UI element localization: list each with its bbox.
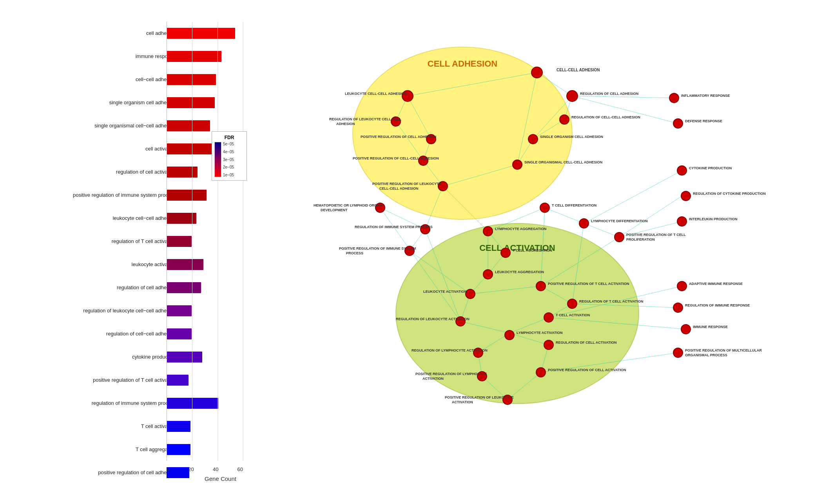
svg-text:IMMUNE RESPONSE: IMMUNE RESPONSE: [693, 325, 728, 329]
svg-point-98: [536, 281, 546, 291]
svg-text:POSITIVE REGULATION OF LEUKOCY: POSITIVE REGULATION OF LEUKOCYTE: [445, 395, 514, 399]
svg-line-40: [572, 96, 678, 123]
svg-point-106: [505, 330, 514, 340]
svg-text:REGULATION OF T CELL ACTIVATIO: REGULATION OF T CELL ACTIVATION: [579, 299, 644, 303]
svg-text:LYMPHOCYTE DIFFERENTIATION: LYMPHOCYTE DIFFERENTIATION: [591, 219, 648, 223]
svg-text:POSITIVE REGULATION OF T CELL : POSITIVE REGULATION OF T CELL ACTIVATION: [548, 282, 629, 286]
svg-text:REGULATION OF IMMUNE RESPONSE: REGULATION OF IMMUNE RESPONSE: [685, 303, 750, 307]
svg-text:POSITIVE REGULATION OF LEUKOCY: POSITIVE REGULATION OF LEUKOCYTE: [372, 182, 441, 186]
y-label-16: regulation of immune system process: [37, 400, 178, 406]
svg-point-136: [673, 348, 683, 357]
svg-text:LEUKOCYTE AGGREGATION: LEUKOCYTE AGGREGATION: [495, 270, 544, 274]
x-tick-20: 20: [188, 466, 194, 472]
svg-text:CYTOKINE PRODUCTION: CYTOKINE PRODUCTION: [689, 166, 732, 170]
svg-point-66: [528, 134, 538, 144]
svg-text:REGULATION OF LEUKOCYTE ACTIVA: REGULATION OF LEUKOCYTE ACTIVATION: [396, 317, 470, 321]
svg-point-85: [501, 248, 510, 257]
svg-point-87: [483, 270, 493, 279]
svg-text:T CELL AGGREGATION: T CELL AGGREGATION: [513, 248, 552, 252]
y-label-17: T cell activation: [37, 423, 178, 430]
x-tick-60: 60: [237, 466, 243, 472]
y-label-19: positive regulation of cell adhesion: [37, 470, 178, 476]
y-label-18: T cell aggregation: [37, 446, 178, 453]
svg-text:PROLIFERATION: PROLIFERATION: [626, 237, 655, 241]
svg-text:REGULATION OF CYTOKINE PRODUCT: REGULATION OF CYTOKINE PRODUCTION: [693, 192, 766, 196]
svg-text:POSITIVE REGULATION OF CELL-CE: POSITIVE REGULATION OF CELL-CELL ADHESIO…: [353, 156, 439, 160]
y-axis-labels: cell adhesionimmune responsecell−cell ad…: [37, 22, 178, 484]
svg-text:ADHESION: ADHESION: [336, 122, 355, 126]
svg-text:REGULATION OF CELL ACTIVATION: REGULATION OF CELL ACTIVATION: [556, 341, 617, 344]
svg-text:DEFENSE RESPONSE: DEFENSE RESPONSE: [685, 119, 722, 123]
svg-point-124: [677, 166, 687, 175]
svg-point-53: [531, 67, 542, 78]
svg-text:INTERLEUKIN PRODUCTION: INTERLEUKIN PRODUCTION: [689, 217, 738, 221]
svg-text:REGULATION OF LEUKOCYTE CELL-C: REGULATION OF LEUKOCYTE CELL-CELL: [329, 117, 402, 121]
svg-text:DEVELOPMENT: DEVELOPMENT: [321, 208, 348, 212]
svg-point-128: [677, 217, 687, 226]
y-label-12: regulation of leukocyte cell−cell adhesi…: [37, 308, 178, 314]
svg-point-130: [677, 281, 687, 291]
svg-text:ADAPTIVE IMMUNE RESPONSE: ADAPTIVE IMMUNE RESPONSE: [689, 282, 743, 286]
y-label-1: immune response: [37, 53, 178, 60]
svg-point-115: [536, 368, 546, 377]
svg-point-126: [681, 191, 691, 201]
svg-line-35: [545, 208, 584, 223]
svg-point-89: [540, 203, 549, 212]
y-label-5: cell activation: [37, 146, 178, 152]
legend-label-4: 4e−05: [223, 150, 234, 154]
x-tick-0: 0: [167, 466, 169, 472]
svg-text:CELL-CELL ADHESION: CELL-CELL ADHESION: [557, 68, 600, 72]
svg-line-39: [572, 96, 674, 98]
svg-text:POSITIVE REGULATION OF MULTICE: POSITIVE REGULATION OF MULTICELLULAR: [685, 348, 762, 352]
y-label-15: positive regulation of T cell activation: [37, 377, 178, 383]
svg-text:ORGANISMAL PROCESS: ORGANISMAL PROCESS: [685, 353, 727, 357]
y-label-9: regulation of T cell activation: [37, 238, 178, 245]
y-label-6: regulation of cell activation: [37, 169, 178, 175]
legend-title: FDR: [214, 135, 244, 140]
svg-text:SINGLE ORGANISMAL CELL-CELL AD: SINGLE ORGANISMAL CELL-CELL ADHESION: [524, 160, 602, 164]
svg-text:PROCESS: PROCESS: [346, 251, 363, 255]
legend-label-2: 2e−05: [223, 165, 234, 169]
panel-b: CELL ADHESION CELL ACTIVATION CELL-CELL …: [274, 0, 823, 504]
svg-text:REGULATION OF IMMUNE SYSTEM PR: REGULATION OF IMMUNE SYSTEM PROCESS: [355, 225, 433, 229]
svg-point-134: [681, 325, 691, 334]
y-label-11: regulation of cell adhesion: [37, 285, 178, 291]
svg-text:INFLAMMATORY RESPONSE: INFLAMMATORY RESPONSE: [681, 94, 730, 98]
svg-text:LEUKOCYTE CELL-CELL ADHESION: LEUKOCYTE CELL-CELL ADHESION: [345, 92, 407, 96]
legend-label-5: 5e−05: [223, 142, 234, 146]
svg-text:REGULATION OF CELL ADHESION: REGULATION OF CELL ADHESION: [580, 92, 638, 96]
svg-text:T CELL ACTIVATION: T CELL ACTIVATION: [556, 313, 590, 317]
y-label-2: cell−cell adhesion: [37, 76, 178, 83]
svg-point-122: [673, 119, 683, 128]
svg-point-93: [615, 232, 624, 242]
legend-label-3: 3e−05: [223, 158, 234, 162]
y-label-10: leukocyte activation: [37, 261, 178, 268]
svg-line-41: [584, 170, 682, 223]
y-label-7: positive regulation of immune system pro…: [37, 192, 178, 198]
svg-point-102: [544, 313, 553, 322]
svg-text:ACTIVATION: ACTIVATION: [452, 400, 473, 404]
svg-line-42: [619, 196, 682, 237]
svg-text:HEMATOPOIETIC OR LYMPHOID ORGA: HEMATOPOIETIC OR LYMPHOID ORGAN: [314, 203, 382, 207]
x-axis-title: Gene Count: [178, 475, 263, 482]
svg-point-80: [483, 227, 493, 236]
svg-point-62: [560, 115, 569, 124]
svg-text:LYMPHOCYTE AGGREGATION: LYMPHOCYTE AGGREGATION: [495, 227, 546, 231]
network-graph: CELL ADHESION CELL ACTIVATION CELL-CELL …: [274, 0, 823, 504]
fdr-legend: FDR 5e−05 4e−05 3e−05 2e−05 1e−05: [212, 131, 247, 181]
svg-text:POSITIVE REGULATION OF IMMUNE : POSITIVE REGULATION OF IMMUNE SYSTEM: [339, 247, 416, 250]
panel-a: cell adhesionimmune responsecell−cell ad…: [0, 0, 266, 504]
svg-text:CELL-CELL ADHESION: CELL-CELL ADHESION: [379, 187, 419, 190]
svg-text:LYMPHOCYTE ACTIVATION: LYMPHOCYTE ACTIVATION: [517, 331, 563, 335]
x-tick-40: 40: [213, 466, 218, 472]
svg-point-132: [673, 303, 683, 312]
svg-text:SINGLE ORGANISM CELL ADHESION: SINGLE ORGANISM CELL ADHESION: [540, 135, 603, 139]
svg-point-110: [544, 340, 553, 350]
svg-text:REGULATION OF CELL-CELL ADHESI: REGULATION OF CELL-CELL ADHESION: [571, 115, 640, 119]
chart-area: cell adhesionimmune responsecell−cell ad…: [24, 22, 259, 484]
y-label-14: cytokine production: [37, 354, 178, 360]
svg-text:ACTIVATION: ACTIVATION: [422, 377, 444, 381]
y-label-4: single organismal cell−cell adhesion: [37, 123, 178, 129]
svg-point-70: [513, 160, 522, 169]
y-label-3: single organism cell adhesion: [37, 100, 178, 106]
